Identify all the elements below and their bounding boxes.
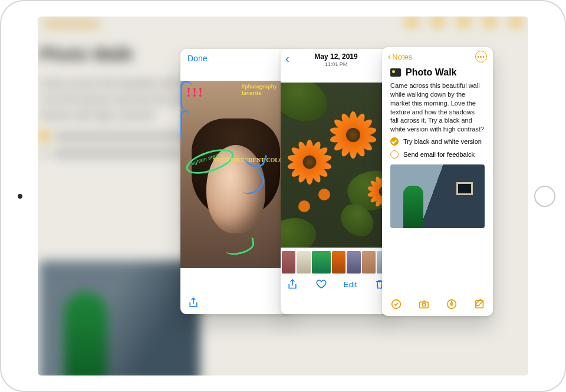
back-button[interactable]: ‹ (285, 52, 289, 64)
front-camera (18, 194, 22, 199)
annotation-scribble (180, 110, 190, 140)
annotation-exclaim: !!! (186, 84, 204, 100)
edit-button[interactable]: Edit (344, 280, 357, 289)
share-icon[interactable] (187, 297, 199, 308)
photo-preview[interactable] (281, 83, 391, 248)
app-card-notes[interactable]: Notes ‹Notes ••• Photo Walk Came across … (382, 47, 493, 316)
thumbnail-selected[interactable] (332, 251, 345, 274)
note-title: Photo Walk (406, 67, 457, 78)
favorite-icon[interactable] (315, 278, 327, 290)
checklist-icon[interactable] (390, 298, 403, 311)
notes-back-button[interactable]: ‹Notes (388, 51, 412, 62)
markup-icon[interactable] (445, 298, 458, 311)
annotation-scribble (224, 238, 255, 256)
app-switcher[interactable]: Mail Done !!! #photography favorite ligh… (38, 17, 528, 375)
annotation-favorite: #photography favorite (242, 83, 284, 96)
thumbnail[interactable] (297, 251, 310, 274)
photo-thumbnail-strip[interactable] (281, 251, 391, 274)
more-icon[interactable]: ••• (475, 51, 487, 62)
camera-icon[interactable] (417, 298, 430, 311)
image-icon (390, 68, 401, 77)
checkbox-unchecked-icon[interactable] (390, 150, 399, 159)
svg-point-14 (422, 303, 426, 307)
checkbox-checked-icon[interactable] (390, 137, 399, 146)
checklist-label: Try black and white version (403, 138, 482, 145)
compose-icon[interactable] (473, 298, 486, 311)
app-card-photos[interactable]: Photos ‹ May 12, 2019 11:01 PM (281, 49, 391, 314)
thumbnail[interactable] (362, 251, 376, 274)
photo-date: May 12, 2019 (281, 52, 391, 61)
note-body: Came across this beautiful wall while wa… (382, 80, 493, 135)
share-icon[interactable] (287, 278, 298, 290)
checklist-item[interactable]: Try black and white version (382, 135, 493, 148)
checklist-item[interactable]: Send email for feedbalck (382, 148, 493, 161)
thumbnail[interactable] (282, 251, 295, 274)
mail-markup-canvas[interactable]: !!! #photography favorite lighten area N… (180, 81, 291, 268)
ipad-frame: Photo Walk Came across this beautiful wa… (0, 0, 566, 392)
screen: Photo Walk Came across this beautiful wa… (38, 17, 528, 375)
checklist-label: Send email for feedbalck (403, 151, 475, 158)
app-card-mail[interactable]: Mail Done !!! #photography favorite ligh… (180, 49, 291, 314)
thumbnail[interactable] (347, 251, 360, 274)
done-button[interactable]: Done (187, 54, 207, 63)
home-button[interactable] (534, 186, 555, 207)
note-attached-photo[interactable] (390, 164, 485, 228)
photo-time: 11:01 PM (281, 61, 391, 67)
thumbnail[interactable] (312, 251, 331, 274)
